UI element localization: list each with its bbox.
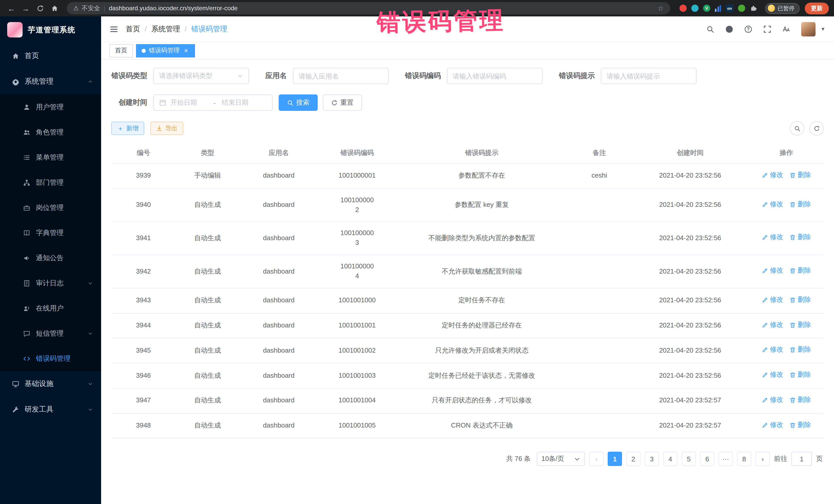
sidebar-item-infra[interactable]: 基础设施 [0, 371, 101, 397]
page-button-3[interactable]: 3 [644, 452, 659, 466]
column-header: 操作 [749, 143, 824, 163]
sidebar-item-label: 短信管理 [36, 329, 83, 338]
sidebar-item-role[interactable]: 角色管理 [0, 119, 101, 145]
page-button-8[interactable]: 8 [737, 452, 751, 466]
delete-link[interactable]: 删除 [789, 199, 811, 209]
user-avatar[interactable] [801, 22, 815, 36]
add-button[interactable]: +新增 [111, 122, 144, 135]
edit-link[interactable]: 修改 [762, 199, 783, 209]
page-button-4[interactable]: 4 [663, 452, 678, 466]
delete-link[interactable]: 删除 [789, 395, 811, 405]
edit-link[interactable]: 修改 [762, 170, 783, 180]
edit-link[interactable]: 修改 [762, 370, 783, 380]
toggle-search-button[interactable] [790, 121, 804, 135]
edit-link[interactable]: 修改 [762, 420, 783, 430]
sidebar-item-error-code[interactable]: 错误码管理 [0, 346, 101, 371]
sidebar-item-system[interactable]: 系统管理 [0, 69, 101, 94]
cell-type: 自动生成 [176, 338, 240, 364]
edit-link[interactable]: 修改 [762, 345, 783, 355]
extension-icon-green[interactable] [738, 5, 745, 12]
tab-error-code[interactable]: 错误码管理 × [136, 44, 195, 57]
extension-icon-red[interactable] [680, 5, 687, 12]
sidebar-item-notice[interactable]: 通知公告 [0, 245, 101, 270]
sidebar-item-dev-tools[interactable]: 研发工具 [0, 397, 101, 422]
delete-link[interactable]: 删除 [789, 320, 811, 330]
search-icon[interactable] [706, 25, 715, 33]
sidebar-item-sms[interactable]: 短信管理 [0, 321, 101, 346]
breadcrumb-item-system[interactable]: 系统管理 [140, 24, 180, 34]
delete-link[interactable]: 删除 [789, 295, 811, 305]
search-button[interactable]: 搜索 [279, 94, 318, 111]
profile-paused-badge[interactable]: 已暂停 [765, 3, 799, 14]
help-icon[interactable] [744, 25, 752, 33]
create-time-range-picker[interactable]: 开始日期 - 结束日期 [153, 94, 272, 111]
sidebar-item-dict[interactable]: 字典管理 [0, 220, 101, 245]
table-row: 3943自动生成dashboard1001001000定时任务不存在2021-0… [111, 288, 824, 313]
close-icon[interactable]: × [183, 47, 190, 54]
app-name-input[interactable] [299, 72, 383, 80]
error-hint-input[interactable] [607, 72, 691, 80]
caret-down-icon[interactable]: ▾ [820, 26, 826, 32]
prev-page-button[interactable]: ‹ [589, 452, 603, 466]
sidebar-item-label: 用户管理 [36, 103, 93, 112]
delete-link[interactable]: 删除 [789, 233, 811, 242]
error-code-input[interactable] [453, 72, 537, 80]
font-size-icon[interactable] [782, 25, 790, 33]
delete-link[interactable]: 删除 [789, 420, 811, 430]
browser-forward-icon[interactable]: → [20, 2, 32, 14]
goto-page-input[interactable] [791, 452, 812, 466]
edit-link[interactable]: 修改 [762, 233, 783, 242]
browser-back-icon[interactable]: ← [5, 2, 18, 14]
next-page-button[interactable]: › [755, 452, 770, 466]
page-size-select[interactable]: 10条/页 [537, 452, 585, 466]
sidebar-item-dept[interactable]: 部门管理 [0, 170, 101, 195]
sidebar-item-home[interactable]: 首页 [0, 43, 101, 69]
cell-id: 3946 [111, 363, 176, 388]
security-indicator[interactable]: ⚠不安全 [73, 4, 100, 13]
page-button-2[interactable]: 2 [626, 452, 640, 466]
app-logo[interactable]: 芋道管理系统 [0, 17, 101, 43]
cell-app: dashboard [240, 288, 318, 313]
sidebar-item-post[interactable]: 岗位管理 [0, 195, 101, 220]
fullscreen-icon[interactable] [763, 25, 771, 33]
cell-app: dashboard [240, 189, 318, 222]
cell-code: 1001000004 [318, 255, 396, 288]
tab-home[interactable]: 首页 [109, 44, 133, 57]
reset-button[interactable]: 重置 [323, 94, 362, 111]
sidebar-item-online-user[interactable]: 在线用户 [0, 295, 101, 321]
page-button-6[interactable]: 6 [700, 452, 715, 466]
refresh-table-button[interactable] [809, 121, 824, 135]
extension-icon-teal[interactable] [691, 5, 699, 12]
delete-link[interactable]: 删除 [789, 266, 811, 276]
sidebar-item-user[interactable]: 用户管理 [0, 94, 101, 119]
cell-remark [567, 313, 632, 338]
extensions-puzzle-icon[interactable] [750, 5, 757, 12]
github-icon[interactable] [725, 25, 733, 33]
extension-icon-chart[interactable] [715, 5, 721, 12]
browser-home-icon[interactable] [48, 2, 61, 14]
page-button-1[interactable]: 1 [608, 452, 622, 466]
extension-icon-vue[interactable]: V [703, 5, 710, 12]
sidebar-toggle-icon[interactable] [109, 24, 118, 34]
sidebar-item-menu[interactable]: 菜单管理 [0, 145, 101, 170]
edit-link[interactable]: 修改 [762, 395, 783, 405]
browser-reload-icon[interactable] [34, 2, 46, 14]
bookmark-star-icon[interactable]: ☆ [657, 5, 664, 12]
edit-link[interactable]: 修改 [762, 320, 783, 330]
sidebar-item-audit-log[interactable]: 审计日志 [0, 270, 101, 295]
error-type-select[interactable]: 请选择错误码类型 [153, 68, 249, 84]
edit-link[interactable]: 修改 [762, 266, 783, 276]
edit-link[interactable]: 修改 [762, 295, 783, 305]
extension-icon-on[interactable]: on [726, 4, 733, 12]
cell-code: 1001000001 [318, 163, 396, 189]
end-date-placeholder: 结束日期 [222, 98, 259, 107]
delete-link[interactable]: 删除 [789, 345, 811, 355]
delete-link[interactable]: 删除 [789, 170, 811, 180]
page-ellipsis[interactable]: ··· [719, 452, 733, 466]
export-button[interactable]: 导出 [150, 122, 183, 135]
address-bar[interactable]: ⚠不安全 | dashboard.yudao.iocoder.cn/system… [67, 2, 670, 14]
delete-link[interactable]: 删除 [789, 370, 811, 380]
page-button-5[interactable]: 5 [682, 452, 696, 466]
breadcrumb-item-home[interactable]: 首页 [126, 24, 140, 34]
browser-update-button[interactable]: 更新 [805, 2, 829, 14]
